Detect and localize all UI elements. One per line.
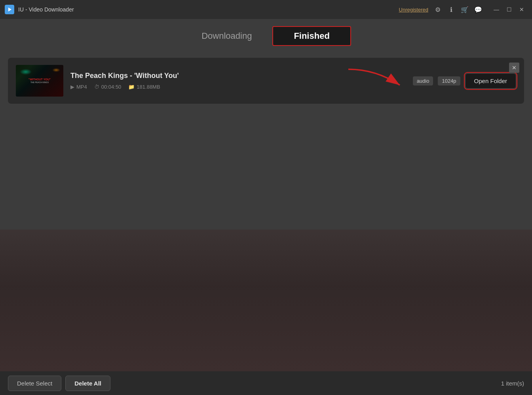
meta-format: ▶ MP4 [70, 84, 87, 90]
bottom-buttons: Delete Select Delete All [8, 376, 110, 391]
delete-all-button[interactable]: Delete All [65, 376, 110, 391]
window-controls: — ☐ ✕ [491, 4, 527, 15]
clock-icon: ⏱ [94, 84, 99, 90]
item-info: The Peach Kings - 'Without You' ▶ MP4 ⏱ … [70, 72, 406, 90]
chat-icon[interactable]: 💬 [474, 6, 482, 13]
info-icon[interactable]: ℹ [447, 6, 455, 13]
item-meta: ▶ MP4 ⏱ 00:04:50 📁 181.88MB [70, 84, 406, 90]
app-title: IU - Video Downloader [18, 6, 74, 13]
content-area: "WITHOUT YOU" THE PEACH KINGS The Peach … [0, 51, 532, 110]
quality-badge: 1024p [438, 76, 460, 85]
minimize-button[interactable]: — [491, 4, 502, 15]
titlebar: IU - Video Downloader Unregistered ⚙ ℹ 🛒… [0, 0, 532, 19]
unregistered-link[interactable]: Unregistered [399, 7, 428, 13]
meta-duration: ⏱ 00:04:50 [94, 84, 122, 90]
titlebar-right: Unregistered ⚙ ℹ 🛒 💬 — ☐ ✕ [399, 4, 527, 15]
folder-icon: 📁 [128, 84, 135, 90]
close-item-button[interactable]: ✕ [509, 63, 519, 73]
close-button[interactable]: ✕ [516, 4, 527, 15]
tabbar: Downloading Finished [0, 19, 532, 51]
bottombar: Delete Select Delete All 1 item(s) [0, 371, 532, 395]
item-actions: audio 1024p Open Folder [413, 73, 516, 89]
download-item: "WITHOUT YOU" THE PEACH KINGS The Peach … [8, 58, 524, 104]
cart-icon[interactable]: 🛒 [461, 6, 469, 13]
gear-icon[interactable]: ⚙ [434, 6, 442, 13]
lower-decoration [0, 230, 532, 371]
app-icon [5, 5, 14, 14]
delete-select-button[interactable]: Delete Select [8, 376, 61, 391]
titlebar-left: IU - Video Downloader [5, 5, 74, 14]
item-title: The Peach Kings - 'Without You' [70, 72, 406, 80]
video-icon: ▶ [70, 84, 74, 90]
thumbnail: "WITHOUT YOU" THE PEACH KINGS [16, 65, 63, 97]
open-folder-button[interactable]: Open Folder [465, 73, 516, 89]
audio-badge: audio [413, 76, 433, 85]
item-count: 1 item(s) [501, 380, 524, 387]
tab-downloading[interactable]: Downloading [181, 27, 272, 45]
thumbnail-image: "WITHOUT YOU" THE PEACH KINGS [16, 65, 63, 97]
meta-size: 📁 181.88MB [128, 84, 160, 90]
tab-finished[interactable]: Finished [272, 26, 351, 46]
maximize-button[interactable]: ☐ [504, 4, 515, 15]
